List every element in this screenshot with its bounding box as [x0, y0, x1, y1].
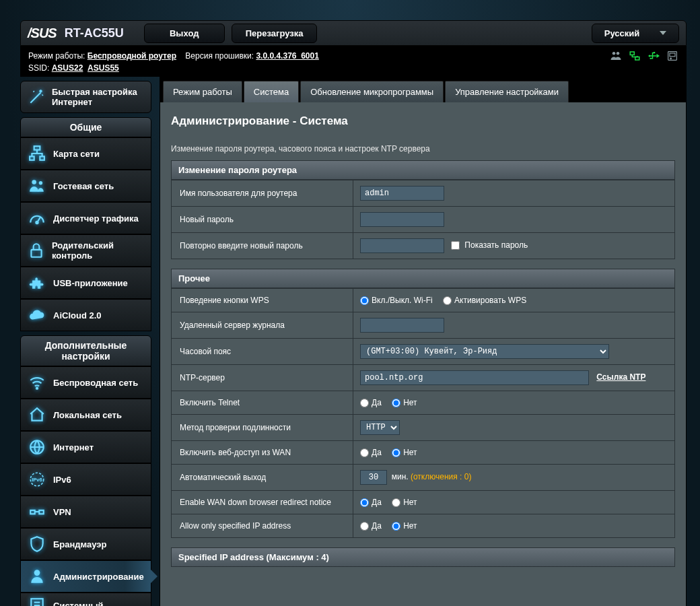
retype-input[interactable]: [360, 238, 444, 253]
telnet-no[interactable]: Нет: [392, 398, 417, 407]
sidebar-item-wireless[interactable]: Беспроводная сеть: [20, 366, 151, 399]
page-title: Администрирование - Система: [171, 114, 675, 128]
puzzle-icon: [28, 273, 46, 292]
auth-label: Метод проверки подлинности: [172, 415, 353, 441]
tabs: Режим работы Система Обновление микропро…: [160, 77, 686, 102]
reboot-button[interactable]: Перезагрузка: [232, 24, 318, 43]
sidebar-item-traffic[interactable]: Диспетчер трафика: [20, 202, 151, 234]
sidebar-item-label: VPN: [53, 507, 71, 517]
sidebar-item-label: AiCloud 2.0: [53, 310, 102, 321]
sidebar-item-wan[interactable]: Интернет: [20, 431, 151, 463]
model-name: RT-AC55U: [65, 26, 124, 40]
mode-value-link[interactable]: Беспроводной роутер: [88, 50, 176, 62]
ssid1-link[interactable]: ASUS22: [52, 62, 83, 74]
svg-rect-5: [654, 52, 655, 53]
ntp-input[interactable]: [360, 370, 589, 385]
sidebar-item-label: Гостевая сеть: [53, 181, 114, 191]
tab-op-mode[interactable]: Режим работы: [163, 81, 242, 102]
sidebar-section-advanced: Дополнительные настройки: [20, 335, 151, 366]
storage-icon[interactable]: [666, 50, 678, 61]
svg-rect-22: [39, 510, 44, 514]
language-select[interactable]: Русский: [592, 24, 679, 43]
tab-firmware[interactable]: Обновление микропрограммы: [300, 81, 444, 102]
sidebar-item-label: Диспетчер трафика: [53, 213, 139, 224]
tab-settings-mgmt[interactable]: Управление настройками: [445, 81, 569, 102]
sidebar-item-parental[interactable]: Родительский контроль: [20, 234, 151, 267]
svg-rect-10: [34, 146, 40, 149]
log-icon: [28, 596, 46, 606]
wps-opt-activate[interactable]: Активировать WPS: [443, 296, 526, 305]
sidebar-item-firewall[interactable]: Брандмауэр: [20, 528, 151, 560]
sidebar-item-system-log[interactable]: Системный: [20, 593, 151, 606]
sidebar-item-aicloud[interactable]: AiCloud 2.0: [20, 299, 151, 331]
svg-rect-8: [670, 53, 675, 57]
quick-setup-button[interactable]: Быстрая настройка Интернет: [20, 81, 151, 113]
quick-setup-label: Быстрая настройка Интернет: [52, 87, 144, 107]
retype-label: Повторно введите новый пароль: [172, 233, 353, 259]
remote-log-label: Удаленный сервер журнала: [172, 312, 353, 339]
wan-down-no[interactable]: Нет: [392, 498, 417, 507]
svg-point-0: [612, 52, 616, 55]
wps-label: Поведение кнопки WPS: [172, 289, 353, 312]
chevron-down-icon: [660, 31, 666, 35]
lan-icon[interactable]: [629, 50, 641, 61]
svg-rect-2: [630, 52, 634, 55]
auth-select[interactable]: HTTP: [360, 420, 400, 435]
ssid-label: SSID:: [28, 62, 49, 74]
autologout-input[interactable]: [360, 470, 387, 485]
vpn-icon: [28, 502, 46, 521]
lock-icon: [28, 241, 45, 260]
autologout-label: Автоматический выход: [172, 465, 353, 491]
usb-icon[interactable]: [648, 50, 660, 61]
sidebar-item-guest[interactable]: Гостевая сеть: [20, 170, 151, 202]
sidebar-item-usb[interactable]: USB-приложение: [20, 267, 151, 299]
allow-ip-no[interactable]: Нет: [392, 521, 417, 531]
sidebar-item-lan[interactable]: Локальная сеть: [20, 399, 151, 431]
svg-point-23: [34, 570, 40, 576]
status-bar: Режим работы: Беспроводной роутер Версия…: [20, 46, 687, 77]
fw-value-link[interactable]: 3.0.0.4.376_6001: [256, 50, 318, 62]
tab-system[interactable]: Система: [244, 81, 299, 102]
tz-label: Часовой пояс: [172, 339, 353, 365]
clients-icon[interactable]: [610, 50, 622, 61]
timezone-select[interactable]: (GMT+03:00) Кувейт, Эр-Рияд: [360, 344, 609, 359]
sidebar-item-network-map[interactable]: Карта сети: [20, 137, 151, 170]
svg-rect-11: [30, 156, 34, 160]
network-map-icon: [28, 144, 46, 163]
telnet-yes[interactable]: Да: [360, 398, 382, 407]
ntp-link[interactable]: Ссылка NTP: [596, 372, 645, 382]
wan-down-yes[interactable]: Да: [360, 498, 382, 507]
sidebar-item-label: Карта сети: [53, 149, 100, 159]
newpw-label: Новый пароль: [172, 207, 353, 233]
remote-log-input[interactable]: [360, 318, 444, 333]
logout-button[interactable]: Выход: [144, 24, 225, 43]
ssid2-link[interactable]: ASUS55: [88, 62, 119, 74]
sidebar-item-label: IPv6: [53, 475, 71, 485]
sidebar-item-label: Интернет: [53, 442, 94, 452]
sidebar-item-label: Администри­рование: [53, 572, 144, 582]
show-password-checkbox[interactable]: [451, 241, 460, 250]
svg-point-13: [32, 180, 36, 184]
wan-access-yes[interactable]: Да: [360, 448, 382, 457]
svg-point-17: [36, 388, 38, 389]
language-label: Русский: [604, 28, 640, 38]
home-icon: [28, 405, 46, 424]
page-description: Изменение пароля роутера, часового пояса…: [171, 144, 675, 154]
sidebar-item-administration[interactable]: Администри­рование: [20, 560, 151, 593]
ipv6-icon: IPv6: [28, 470, 46, 489]
top-bar: /SUS RT-AC55U Выход Перезагрузка Русский: [20, 20, 687, 46]
wan-access-no[interactable]: Нет: [392, 448, 417, 457]
admin-icon: [28, 567, 46, 586]
sidebar-item-vpn[interactable]: VPN: [20, 496, 151, 528]
svg-point-14: [39, 181, 42, 184]
section-misc: Прочее: [171, 269, 675, 288]
section-password: Изменение пароля роутера: [171, 160, 675, 180]
wan-access-label: Включить веб-доступ из WAN: [172, 441, 353, 465]
allow-ip-yes[interactable]: Да: [360, 521, 382, 531]
svg-rect-16: [31, 250, 41, 257]
wand-icon: [28, 88, 45, 106]
login-input[interactable]: [360, 186, 444, 201]
newpw-input[interactable]: [360, 212, 444, 227]
wps-opt-toggle[interactable]: Вкл./Выкл. Wi-Fi: [360, 296, 433, 305]
sidebar-item-ipv6[interactable]: IPv6 IPv6: [20, 463, 151, 496]
